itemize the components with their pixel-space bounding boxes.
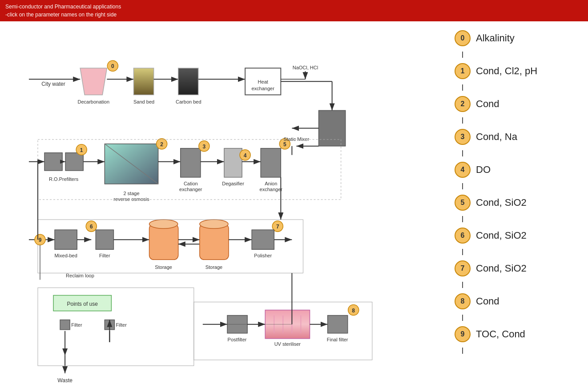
svg-text:reverse osmosis: reverse osmosis — [113, 196, 149, 202]
legend-circle-3: 3 — [455, 129, 471, 145]
legend-item-9[interactable]: 9 TOC, Cond — [455, 326, 584, 342]
svg-text:Polisher: Polisher — [254, 253, 272, 258]
legend-item-0[interactable]: 0 Alkalinity — [455, 30, 584, 46]
legend-connector-9 — [462, 348, 463, 354]
svg-text:Cation: Cation — [184, 181, 198, 186]
svg-text:Filter: Filter — [99, 253, 110, 258]
legend-circle-4: 4 — [455, 162, 471, 178]
legend-connector-7 — [462, 282, 463, 288]
svg-text:9: 9 — [39, 237, 42, 243]
svg-rect-64 — [96, 230, 113, 249]
svg-text:Storage: Storage — [205, 264, 223, 270]
legend-connector-6 — [462, 249, 463, 255]
svg-text:Mixed-bed: Mixed-bed — [54, 253, 77, 258]
svg-text:Filter: Filter — [116, 322, 127, 328]
svg-rect-78 — [252, 230, 274, 249]
legend-circle-5: 5 — [455, 195, 471, 211]
legend-connector-3 — [462, 150, 463, 156]
svg-rect-88 — [60, 320, 70, 330]
legend-label-9[interactable]: TOC, Cond — [476, 328, 525, 340]
process-diagram: City water Decarbonation 0 Sand bed Carb… — [0, 21, 450, 384]
svg-text:Points of use: Points of use — [67, 301, 98, 307]
legend-circle-6: 6 — [455, 228, 471, 244]
svg-rect-72 — [200, 224, 229, 260]
legend-connector-1 — [462, 84, 463, 91]
svg-rect-109 — [328, 316, 348, 333]
legend-label-4[interactable]: DO — [476, 164, 491, 176]
svg-rect-7 — [134, 68, 154, 95]
svg-text:R.O.Prefilters: R.O.Prefilters — [49, 176, 79, 182]
svg-rect-44 — [224, 148, 242, 177]
legend-item-7[interactable]: 7 Cond, SiO2 — [455, 260, 584, 276]
header-banner: Semi-conductor and Pharmaceutical applic… — [0, 0, 588, 21]
svg-text:Reclaim loop: Reclaim loop — [66, 273, 94, 278]
svg-text:exchanger: exchanger — [251, 86, 274, 91]
legend-label-3[interactable]: Cond, Na — [476, 131, 517, 143]
svg-text:Static Mixer: Static Mixer — [284, 136, 310, 142]
legend-circle-8: 8 — [455, 293, 471, 309]
svg-marker-2 — [80, 68, 107, 95]
svg-text:Degasifier: Degasifier — [222, 181, 244, 186]
svg-rect-67 — [149, 224, 178, 260]
legend-item-3[interactable]: 3 Cond, Na — [455, 129, 584, 145]
svg-point-68 — [149, 220, 178, 228]
svg-text:8: 8 — [352, 308, 355, 314]
svg-text:Sand bed: Sand bed — [133, 99, 154, 104]
legend-panel: 0 Alkalinity 1 Cond, Cl2, pH 2 Cond 3 Co… — [450, 21, 588, 384]
legend-circle-7: 7 — [455, 260, 471, 276]
svg-rect-59 — [55, 230, 77, 249]
svg-text:NaOCl, HCl: NaOCl, HCl — [293, 65, 318, 70]
legend-circle-0: 0 — [455, 30, 471, 46]
legend-label-0[interactable]: Alkalinity — [476, 32, 515, 44]
svg-text:exchanger: exchanger — [260, 187, 283, 192]
legend-item-2[interactable]: 2 Cond — [455, 96, 584, 112]
legend-connector-8 — [462, 315, 463, 321]
city-water-label: City water — [41, 81, 65, 87]
svg-text:Storage: Storage — [155, 264, 172, 270]
svg-text:5: 5 — [283, 141, 286, 148]
legend-connector-2 — [462, 117, 463, 124]
header-line1: Semi-conductor and Pharmaceutical applic… — [5, 3, 583, 11]
svg-text:0: 0 — [111, 63, 114, 69]
svg-rect-21 — [319, 110, 346, 146]
svg-rect-10 — [178, 68, 198, 95]
legend-connector-5 — [462, 216, 463, 222]
legend-item-6[interactable]: 6 Cond, SiO2 — [455, 228, 584, 244]
svg-rect-25 — [65, 153, 83, 171]
svg-text:2: 2 — [160, 141, 163, 148]
svg-rect-24 — [44, 153, 62, 171]
svg-text:exchanger: exchanger — [179, 187, 202, 192]
legend-label-7[interactable]: Cond, SiO2 — [476, 263, 527, 274]
legend-label-1[interactable]: Cond, Cl2, pH — [476, 65, 537, 77]
svg-rect-38 — [181, 148, 201, 177]
legend-label-2[interactable]: Cond — [476, 98, 499, 110]
legend-label-6[interactable]: Cond, SiO2 — [476, 230, 527, 241]
legend-circle-1: 1 — [455, 63, 471, 79]
legend-connector-4 — [462, 183, 463, 189]
svg-rect-49 — [261, 148, 281, 177]
svg-text:UV steriliser: UV steriliser — [274, 341, 301, 347]
legend-circle-9: 9 — [455, 326, 471, 342]
svg-text:3: 3 — [203, 144, 206, 150]
legend-circle-2: 2 — [455, 96, 471, 112]
legend-item-1[interactable]: 1 Cond, Cl2, pH — [455, 63, 584, 79]
legend-connector-0 — [462, 52, 463, 58]
legend-item-8[interactable]: 8 Cond — [455, 293, 584, 309]
svg-text:Decarbonation: Decarbonation — [77, 99, 109, 104]
svg-text:2 stage: 2 stage — [123, 191, 139, 196]
svg-text:Waste: Waste — [57, 377, 72, 384]
svg-text:Postfilter: Postfilter — [228, 337, 247, 342]
svg-text:Carbon bed: Carbon bed — [176, 99, 201, 104]
legend-item-5[interactable]: 5 Cond, SiO2 — [455, 195, 584, 211]
svg-text:Final filter: Final filter — [327, 337, 348, 342]
svg-text:7: 7 — [276, 224, 279, 230]
svg-text:1: 1 — [80, 147, 83, 153]
header-line2: -click on the parameter names on the rig… — [5, 11, 583, 19]
svg-text:Anion: Anion — [265, 181, 277, 186]
svg-point-73 — [200, 220, 228, 228]
svg-text:Heat: Heat — [258, 79, 268, 84]
legend-label-5[interactable]: Cond, SiO2 — [476, 197, 527, 208]
legend-item-4[interactable]: 4 DO — [455, 162, 584, 178]
svg-text:Filter: Filter — [71, 322, 82, 328]
legend-label-8[interactable]: Cond — [476, 296, 499, 307]
